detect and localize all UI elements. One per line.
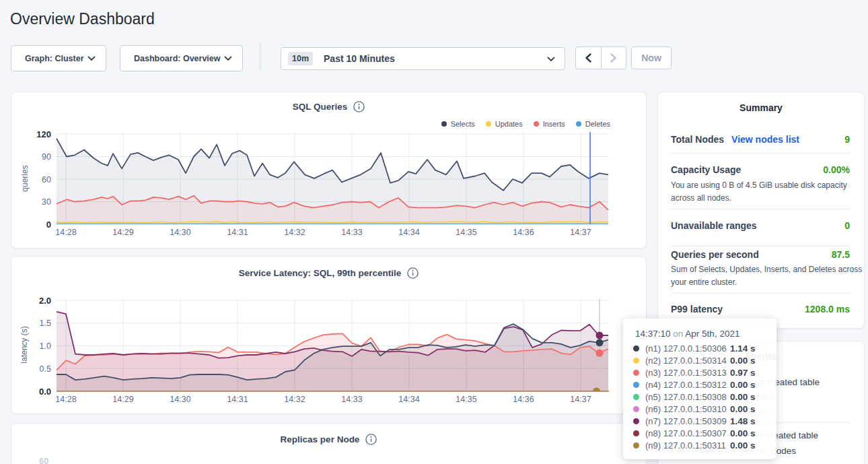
svg-text:0.5: 0.5 (40, 364, 51, 374)
svg-text:0: 0 (46, 220, 51, 230)
svg-text:14:29: 14:29 (112, 228, 133, 237)
svg-text:90: 90 (42, 152, 51, 162)
svg-text:14:35: 14:35 (456, 395, 476, 404)
svg-text:14:31: 14:31 (227, 228, 248, 237)
svg-text:60: 60 (42, 175, 51, 185)
svg-text:14:32: 14:32 (284, 395, 305, 404)
svg-text:14:28: 14:28 (55, 228, 76, 237)
svg-text:14:36: 14:36 (513, 395, 534, 404)
svg-text:14:35: 14:35 (456, 228, 476, 237)
svg-text:1.0: 1.0 (40, 341, 51, 351)
svg-text:14:33: 14:33 (341, 228, 362, 237)
svg-text:120: 120 (36, 129, 51, 139)
svg-text:14:37: 14:37 (570, 395, 591, 404)
svg-text:14:37: 14:37 (570, 228, 591, 237)
svg-text:14:32: 14:32 (284, 228, 305, 237)
svg-text:14:34: 14:34 (398, 395, 419, 404)
svg-text:14:29: 14:29 (112, 395, 133, 404)
svg-text:14:31: 14:31 (227, 395, 248, 404)
svg-text:14:36: 14:36 (513, 228, 534, 237)
svg-text:14:34: 14:34 (398, 228, 419, 237)
svg-text:0.0: 0.0 (39, 387, 51, 397)
svg-text:1.5: 1.5 (40, 319, 51, 328)
svg-text:14:33: 14:33 (341, 395, 362, 404)
svg-text:14:30: 14:30 (170, 228, 190, 237)
svg-text:14:28: 14:28 (55, 395, 76, 404)
svg-text:14:30: 14:30 (170, 395, 190, 404)
svg-text:2.0: 2.0 (39, 296, 51, 306)
svg-text:30: 30 (42, 197, 51, 207)
